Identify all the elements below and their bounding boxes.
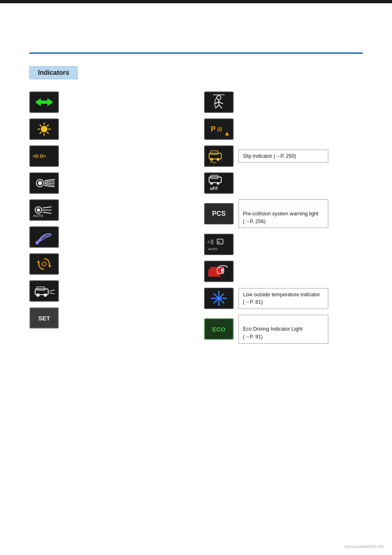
svg-marker-27 [49, 264, 51, 268]
svg-point-2 [41, 126, 47, 132]
list-item: Slip indicator (→P. 250) [204, 145, 363, 167]
svg-text:A: A [207, 240, 210, 244]
eco-icon: ECO [204, 318, 234, 340]
svg-point-52 [210, 182, 213, 185]
svg-line-40 [216, 105, 219, 108]
svg-text:AUTO: AUTO [33, 214, 43, 218]
section-header: Indicators [29, 66, 363, 79]
svg-point-20 [37, 208, 40, 212]
svg-line-16 [45, 186, 55, 187]
svg-point-32 [36, 293, 40, 297]
svg-text:oFF: oFF [210, 186, 218, 191]
svg-line-18 [45, 184, 55, 185]
svg-point-71 [211, 298, 213, 299]
svg-text:||: || [211, 238, 214, 244]
svg-point-72 [225, 298, 227, 299]
list-item [204, 261, 363, 282]
wiper-icon [29, 226, 59, 248]
svg-line-8 [47, 132, 49, 134]
svg-point-70 [218, 304, 220, 306]
list-item [29, 253, 188, 275]
seatbelt-icon [204, 92, 234, 113]
list-item: AUTO [29, 199, 188, 221]
maintenance-icon [29, 253, 59, 275]
slip-indicator-description: Slip indicator (→P. 250) [238, 150, 328, 163]
list-item [29, 172, 188, 194]
svg-line-9 [47, 125, 49, 126]
turn-signal-icon [29, 92, 59, 113]
pcs-label: PCS [212, 210, 226, 217]
right-column: P /// Slip i [204, 92, 363, 344]
list-item: Low outside temperature indicator (→P. 8… [204, 288, 363, 309]
left-column: =D O= [29, 92, 188, 344]
high-beam-flash-icon: =D O= [29, 145, 59, 167]
watermark: carmanualsonline.info [344, 544, 384, 549]
list-item: P /// [204, 119, 363, 140]
auto-beam-icon: AUTO [29, 199, 59, 221]
list-item: PCS Pre-collision system warning light (… [204, 199, 363, 228]
svg-rect-61 [210, 267, 217, 271]
list-item: A || B AUTO [204, 234, 363, 255]
low-temp-description: Low outside temperature indicator (→P. 8… [238, 288, 328, 309]
list-item: oFF [204, 172, 363, 194]
svg-text:///: /// [217, 126, 222, 133]
svg-point-36 [217, 96, 221, 100]
list-item: SET [29, 307, 188, 329]
door-lock-icon [204, 261, 234, 282]
svg-line-14 [45, 179, 55, 181]
slip-indicator-icon [204, 145, 234, 167]
svg-point-13 [38, 181, 42, 185]
section-title: Indicators [29, 66, 78, 79]
list-item [29, 280, 188, 302]
svg-text:P: P [211, 125, 216, 133]
headlight-icon [29, 172, 59, 194]
parking-brake-icon: P /// [204, 119, 234, 140]
svg-point-63 [221, 269, 223, 271]
svg-line-21 [42, 207, 51, 208]
svg-point-49 [216, 158, 219, 161]
daytime-light-icon [29, 119, 59, 140]
svg-line-17 [45, 181, 55, 182]
svg-line-10 [40, 132, 41, 134]
top-bar [0, 0, 392, 3]
blue-rule [29, 52, 363, 54]
svg-text:AUTO: AUTO [208, 247, 217, 251]
low-temp-icon [204, 288, 234, 309]
list-item: ECO Eco Driving Indicator Light (→P. 91) [204, 315, 363, 343]
svg-point-69 [218, 291, 220, 293]
svg-line-23 [42, 212, 51, 213]
slip-off-icon: oFF [204, 172, 234, 194]
list-item [204, 92, 363, 113]
eco-label: ECO [212, 326, 226, 333]
car-slide-icon [29, 280, 59, 302]
svg-point-26 [36, 241, 39, 244]
pcs-description: Pre-collision system warning light (→P. … [238, 199, 328, 228]
svg-point-29 [42, 262, 46, 266]
svg-point-53 [217, 182, 219, 185]
svg-line-7 [40, 125, 41, 126]
svg-marker-45 [225, 132, 229, 135]
svg-text:=D O=: =D O= [33, 154, 46, 159]
svg-point-33 [44, 293, 47, 297]
list-item [29, 226, 188, 248]
svg-line-41 [219, 105, 222, 108]
list-item: =D O= [29, 145, 188, 167]
svg-marker-1 [41, 98, 53, 106]
svg-point-48 [210, 158, 213, 161]
eco-description: Eco Driving Indicator Light (→P. 91) [238, 315, 328, 343]
svg-line-35 [49, 293, 55, 294]
svg-rect-47 [211, 151, 218, 154]
svg-line-38 [215, 102, 219, 104]
svg-line-39 [219, 102, 223, 104]
svg-text:B: B [218, 240, 220, 244]
list-item [29, 119, 188, 140]
svg-marker-28 [37, 260, 39, 264]
set-label: SET [38, 315, 50, 322]
set-icon: SET [29, 307, 59, 329]
pcs-icon: PCS [204, 203, 234, 224]
list-item [29, 92, 188, 113]
svg-line-34 [49, 290, 55, 291]
auto-brake-icon: A || B AUTO [204, 234, 234, 255]
